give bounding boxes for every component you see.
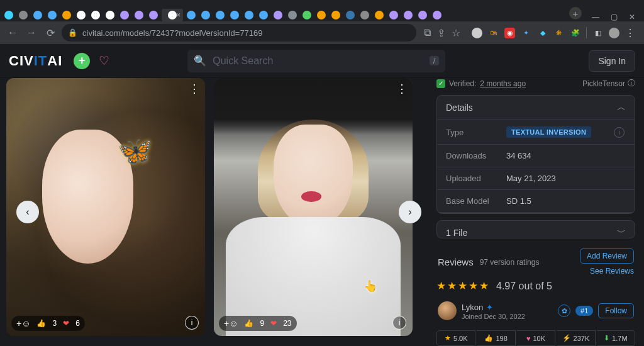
window-close-button[interactable]: ✕ <box>629 13 635 21</box>
cursor-icon: 👆 <box>364 279 377 293</box>
browser-tab[interactable] <box>402 9 414 21</box>
gallery-card[interactable]: ⋮ +☺ 👍9 ❤23 i <box>214 78 413 336</box>
tab-favicon <box>331 11 340 20</box>
browser-tab[interactable] <box>118 9 131 21</box>
browser-tab[interactable] <box>3 9 15 21</box>
browser-tab[interactable] <box>214 9 226 21</box>
browser-tab[interactable] <box>185 9 197 21</box>
browser-tab[interactable] <box>257 9 270 21</box>
browser-tab[interactable] <box>147 9 160 21</box>
format-label: PickleTensor <box>582 79 625 88</box>
nav-reload-button[interactable]: ⟳ <box>43 25 58 40</box>
tab-favicon <box>216 11 225 20</box>
create-button[interactable]: + <box>74 53 90 69</box>
verified-date-link[interactable]: 2 months ago <box>480 79 526 88</box>
add-reaction-icon[interactable]: +☺ <box>16 318 30 328</box>
files-title: 1 File <box>446 228 467 238</box>
browser-tab[interactable] <box>286 9 299 21</box>
follow-button[interactable]: Follow <box>598 303 634 318</box>
browser-tab[interactable] <box>301 9 313 21</box>
files-panel[interactable]: 1 File ﹀ <box>436 220 635 238</box>
signin-button[interactable]: Sign In <box>589 50 635 72</box>
browser-tab[interactable] <box>387 9 400 21</box>
browser-tab[interactable] <box>373 9 386 21</box>
browser-tab[interactable] <box>199 9 212 21</box>
browser-tab[interactable] <box>17 9 30 21</box>
favorite-icon[interactable]: ♡ <box>99 53 109 68</box>
reaction-bar[interactable]: +☺ 👍9 ❤23 <box>219 316 297 331</box>
creator-row: Lykon ✦ Joined Dec 30, 2022 ✿ #1 Follow <box>436 299 635 320</box>
verified-badge-icon: ✦ <box>486 303 493 312</box>
share-icon[interactable]: ⇪ <box>437 27 445 39</box>
install-app-icon[interactable]: ⧉ <box>424 27 431 39</box>
extension-icon[interactable] <box>472 28 482 38</box>
heart-icon[interactable]: ❤ <box>270 319 277 328</box>
tab-favicon <box>168 11 177 20</box>
browser-tab[interactable] <box>358 9 371 21</box>
extension-icon[interactable]: ❋ <box>553 28 564 38</box>
butterfly-decoration: 🦋 <box>118 135 152 167</box>
card-menu-icon[interactable]: ⋮ <box>189 82 200 96</box>
details-header[interactable]: Details ︿ <box>437 96 635 120</box>
gear-icon[interactable]: ✿ <box>558 304 570 317</box>
detail-row-basemodel: Base Model SD 1.5 <box>437 189 635 212</box>
gallery-next-button[interactable]: › <box>399 201 421 223</box>
tab-favicon <box>404 11 413 20</box>
creator-avatar[interactable] <box>438 301 457 320</box>
search-input[interactable]: 🔍 Quick Search / <box>187 50 445 72</box>
reaction-bar[interactable]: +☺ 👍3 ❤6 <box>11 316 85 331</box>
logo-part: AI <box>47 53 62 69</box>
new-tab-button[interactable]: + <box>569 7 582 20</box>
browser-tab[interactable] <box>330 9 342 21</box>
browser-tab[interactable] <box>228 9 241 21</box>
site-logo[interactable]: CIVITAI <box>9 53 62 69</box>
url-input[interactable]: 🔒 civitai.com/models/72437?modelVersionI… <box>62 24 416 42</box>
add-reaction-icon[interactable]: +☺ <box>224 318 238 328</box>
extensions-menu-icon[interactable]: 🧩 <box>570 28 580 38</box>
info-icon[interactable]: ⓘ <box>628 78 635 89</box>
browser-tab[interactable] <box>272 9 284 21</box>
browser-tab[interactable] <box>431 9 443 21</box>
window-minimize-button[interactable]: — <box>592 13 599 21</box>
card-menu-icon[interactable]: ⋮ <box>396 82 408 96</box>
heart-icon[interactable]: ❤ <box>63 319 69 328</box>
browser-tab[interactable] <box>315 9 328 21</box>
sidepanel-icon[interactable]: ◧ <box>592 28 603 38</box>
browser-tab[interactable] <box>60 9 73 21</box>
like-icon[interactable]: 👍 <box>244 319 253 328</box>
extension-icon[interactable]: ◉ <box>504 28 515 38</box>
site-info-icon[interactable]: 🔒 <box>68 28 77 37</box>
browser-tab[interactable] <box>31 9 44 21</box>
browser-tab[interactable] <box>162 9 183 21</box>
add-review-button[interactable]: Add Review <box>580 248 634 264</box>
like-icon[interactable]: 👍 <box>36 319 46 328</box>
heart-icon: ♥ <box>526 335 531 342</box>
info-icon[interactable]: i <box>614 127 625 138</box>
gallery-prev-button[interactable]: ‹ <box>16 201 39 223</box>
profile-avatar-icon[interactable] <box>609 28 619 38</box>
browser-tab[interactable] <box>46 9 58 21</box>
nav-back-button[interactable]: ← <box>5 25 20 40</box>
browser-tab[interactable] <box>344 9 357 21</box>
window-maximize-button[interactable]: ▢ <box>611 13 618 21</box>
extension-icon[interactable]: ✦ <box>521 28 531 38</box>
browser-tab[interactable] <box>75 9 87 21</box>
browser-menu-icon[interactable]: ⋮ <box>625 27 635 39</box>
browser-tab[interactable] <box>243 9 255 21</box>
extension-icon[interactable]: 🛍 <box>488 28 499 38</box>
details-title: Details <box>446 103 473 113</box>
tab-favicon <box>135 11 143 20</box>
extension-icon[interactable]: ◆ <box>537 28 548 38</box>
browser-tab[interactable] <box>89 9 102 21</box>
bookmark-icon[interactable]: ☆ <box>452 27 460 39</box>
nav-forward-button[interactable]: → <box>24 25 39 40</box>
browser-tab[interactable] <box>104 9 116 21</box>
reviews-count: 97 version ratings <box>480 258 540 267</box>
browser-tab[interactable] <box>133 9 145 21</box>
card-info-icon[interactable]: i <box>185 316 199 330</box>
creator-name[interactable]: Lykon <box>462 303 483 312</box>
see-reviews-link[interactable]: See Reviews <box>590 267 634 276</box>
browser-tab[interactable] <box>416 9 429 21</box>
app-header: CIVITAI + ♡ 🔍 Quick Search / Sign In <box>0 44 644 78</box>
card-info-icon[interactable]: i <box>392 316 406 330</box>
